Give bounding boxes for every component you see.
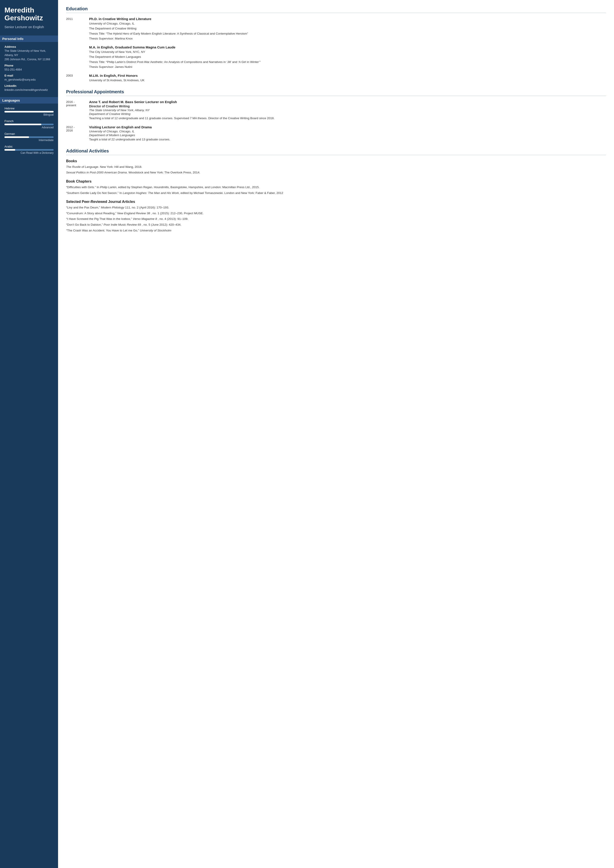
education-section-title: Education xyxy=(66,6,606,13)
language-bar-fill xyxy=(5,111,54,113)
additional-subsections: BooksThe Rustle of Language. New York: H… xyxy=(66,159,606,233)
activity-italic: Langston Hughes: The Man and His Work xyxy=(123,191,179,195)
entry-heading: M.Litt. in English, First Honors xyxy=(89,74,606,78)
languages-section-title: Languages xyxy=(0,97,58,104)
activity-entry: The Rustle of Language. New York: Hill a… xyxy=(66,164,606,169)
candidate-name: Meredith Gershowitz xyxy=(5,6,54,22)
entry-text-line: Thesis Supervisor: James Nutini xyxy=(89,65,606,69)
education-entry: 2011Ph.D. in Creative Writing and Litera… xyxy=(66,17,606,41)
language-item: German Intermediate xyxy=(5,132,54,142)
language-level: Advanced xyxy=(5,126,54,129)
appointments-section: Professional Appointments 2016 - present… xyxy=(66,89,606,142)
personal-info-block: Address The State University of New York… xyxy=(5,45,54,92)
activity-heading: Book Chapters xyxy=(66,180,606,183)
activity-italic: Poor Indie Music Review 69 xyxy=(104,223,141,226)
entry-text-line: The City University of New York, NYC, NY xyxy=(89,50,606,54)
appointments-entries: 2016 - presentAnne T. and Robert M. Bass… xyxy=(66,100,606,142)
language-name: Hebrew xyxy=(5,107,54,110)
activity-subsection: BooksThe Rustle of Language. New York: H… xyxy=(66,159,606,175)
entry-sub-heading: Director of Creative Writing xyxy=(89,104,606,108)
activity-entry: “Conundrum: A Story about Reading,” New … xyxy=(66,211,606,216)
entry-year: 2003 xyxy=(66,74,85,83)
activity-italic: The Rustle of Language xyxy=(66,165,98,169)
appointment-entry: 2016 - presentAnne T. and Robert M. Bass… xyxy=(66,100,606,121)
main-content: Education 2011Ph.D. in Creative Writing … xyxy=(58,0,614,868)
entry-text-line: University of St Andrews, St Andrews, UK xyxy=(89,78,606,82)
entry-italic-line: The State University of New York, Albany… xyxy=(89,108,606,112)
phone-value: 551-251-4884 xyxy=(5,68,54,72)
additional-section-title: Additional Activities xyxy=(66,149,606,155)
additional-section: Additional Activities BooksThe Rustle of… xyxy=(66,149,606,233)
activity-italic: Verso Magazine 8 xyxy=(133,217,157,220)
language-item: Hebrew Bilingual xyxy=(5,107,54,116)
language-name: Arabic xyxy=(5,145,54,148)
entry-text-line: University of Chicago, Chicago, IL xyxy=(89,22,606,26)
email-value: m_gershowitz@suny.edu xyxy=(5,78,54,82)
language-name: German xyxy=(5,132,54,135)
sidebar: Meredith Gershowitz Senior Lecturer on E… xyxy=(0,0,58,868)
education-section: Education 2011Ph.D. in Creative Writing … xyxy=(66,6,606,83)
activity-heading: Selected Peer-Reviewed Journal Articles xyxy=(66,200,606,204)
appointments-section-title: Professional Appointments xyxy=(66,89,606,96)
entry-year: 2012 - 2016 xyxy=(66,125,85,142)
activity-italic: New England Review 38 xyxy=(117,212,150,215)
entry-text-line: Teaching a total of 12 undergraduate and… xyxy=(89,116,606,121)
entry-italic-line: Department of Modern Languages xyxy=(89,133,606,137)
activity-subsection: Book Chapters“Difficulties with Girls.” … xyxy=(66,180,606,195)
entry-text-line: Taught a total of 22 undergraduate and 1… xyxy=(89,137,606,142)
entry-year xyxy=(66,45,85,70)
language-bar-fill xyxy=(5,136,29,138)
activity-italic: Sexual Politics in Post-2000 American Dr… xyxy=(66,171,127,174)
activity-italic: Philip Larkin xyxy=(100,186,116,189)
activity-italic: Modern Philology xyxy=(101,206,124,209)
phone-label: Phone xyxy=(5,64,54,67)
language-bar-bg xyxy=(5,149,54,151)
entry-text-line: Thesis Title: “The Hybrid Hero of Early … xyxy=(89,31,606,36)
language-name: French xyxy=(5,119,54,123)
entry-italic-line: Department of Creative Writing xyxy=(89,112,606,116)
language-bar-fill xyxy=(5,124,41,125)
entry-body: Anne T. and Robert M. Bass Senior Lectur… xyxy=(89,100,606,121)
activity-entry: “Difficulties with Girls.” In Philip Lar… xyxy=(66,185,606,190)
entry-body: Visiting Lecturer on English and DramaUn… xyxy=(89,125,606,142)
activity-entry: “The Crash Was an Accident. You Have to … xyxy=(66,228,606,233)
language-level: Intermediate xyxy=(5,139,54,142)
email-label: E-mail xyxy=(5,74,54,77)
education-entries: 2011Ph.D. in Creative Writing and Litera… xyxy=(66,17,606,83)
language-bar-fill xyxy=(5,149,15,151)
language-level: Bilingual xyxy=(5,113,54,116)
activity-entry: “Don’t Go Back to Dalston,” Poor Indie M… xyxy=(66,222,606,227)
language-item: French Advanced xyxy=(5,119,54,129)
entry-body: M.Litt. in English, First HonorsUniversi… xyxy=(89,74,606,83)
language-item: Arabic Can Read With a Dictionary xyxy=(5,145,54,155)
language-bar-bg xyxy=(5,136,54,138)
linkedin-value: linkedin.com/in/meredithgershowitz xyxy=(5,88,54,92)
candidate-title: Senior Lecturer on English xyxy=(5,25,54,29)
activity-subsection: Selected Peer-Reviewed Journal Articles“… xyxy=(66,200,606,233)
personal-info-section-title: Personal Info xyxy=(0,36,58,42)
entry-body: M.A. in English, Graduated Summa Magna C… xyxy=(89,45,606,70)
activity-heading: Books xyxy=(66,159,606,163)
entry-year: 2016 - present xyxy=(66,100,85,121)
activity-entry: Sexual Politics in Post-2000 American Dr… xyxy=(66,170,606,175)
language-level: Can Read With a Dictionary xyxy=(5,151,54,155)
entry-text-line: The Department of Creative Writing xyxy=(89,26,606,31)
linkedin-label: LinkedIn xyxy=(5,84,54,87)
entry-italic-line: University of Chicago, Chicago, IL xyxy=(89,130,606,133)
entry-heading: M.A. in English, Graduated Summa Magna C… xyxy=(89,45,606,49)
entry-text-line: Thesis Title: “Philip Larkin’s Distinct … xyxy=(89,60,606,64)
entry-year: 2011 xyxy=(66,17,85,41)
language-bar-bg xyxy=(5,124,54,125)
language-bar-bg xyxy=(5,111,54,113)
languages-list: Hebrew Bilingual French Advanced German … xyxy=(5,107,54,155)
entry-heading: Visiting Lecturer on English and Drama xyxy=(89,125,606,129)
education-entry: M.A. in English, Graduated Summa Magna C… xyxy=(66,45,606,70)
activity-italic: University of Stockholm xyxy=(140,229,171,232)
address-value: The State University of New York, Albany… xyxy=(5,49,54,61)
activity-entry: “I Have Screwed the Pig That Was in the … xyxy=(66,217,606,222)
education-entry: 2003M.Litt. in English, First HonorsUniv… xyxy=(66,74,606,83)
activity-entry: “Livy and the Pax Deum,” Modern Philolog… xyxy=(66,205,606,210)
entry-text-line: Thesis Supervisor: Martina Knox xyxy=(89,36,606,41)
appointment-entry: 2012 - 2016Visiting Lecturer on English … xyxy=(66,125,606,142)
address-label: Address xyxy=(5,45,54,48)
